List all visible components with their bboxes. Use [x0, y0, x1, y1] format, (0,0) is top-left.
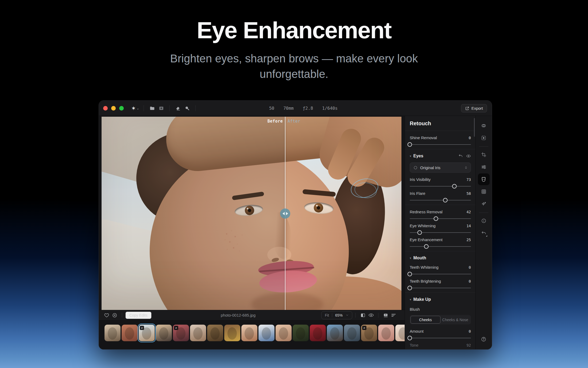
face-retouch-button[interactable] — [478, 173, 490, 185]
filmstrip-thumbnail-4[interactable] — [156, 325, 172, 341]
undo-icon — [481, 230, 486, 236]
eraser-tool-button[interactable] — [173, 104, 183, 112]
filmstrip-thumbnail-15[interactable] — [344, 325, 360, 341]
crop-button[interactable] — [478, 149, 490, 161]
filmstrip-thumbnail-13[interactable] — [310, 325, 326, 341]
slider-knob[interactable] — [417, 230, 422, 235]
filmstrip-thumbnail-8[interactable] — [224, 325, 240, 341]
slider-label: Amount — [410, 329, 424, 333]
filmstrip-thumbnail-10[interactable] — [258, 325, 274, 341]
preview-original-button[interactable] — [367, 312, 375, 319]
filmstrip-thumbnail-3[interactable]: ⇄ — [139, 325, 155, 341]
sort-button[interactable] — [390, 312, 398, 319]
slider-knob[interactable] — [424, 244, 428, 249]
slider-value: 42 — [466, 210, 471, 214]
filmstrip-thumbnail-9[interactable] — [241, 325, 257, 341]
export-button[interactable]: Export — [461, 104, 487, 112]
eye-whitening-slider[interactable] — [410, 232, 471, 233]
minimize-window-button[interactable] — [111, 106, 116, 111]
filmstrip-thumbnail-16[interactable]: ⇄ — [361, 325, 377, 341]
undo-button[interactable] — [478, 227, 490, 239]
slider-redness-removal: Redness Removal 42 — [410, 210, 471, 219]
slider-knob[interactable] — [443, 198, 447, 203]
filmstrip-thumbnail-12[interactable] — [293, 325, 309, 341]
filmstrip-thumbnail-7[interactable] — [207, 325, 223, 341]
makeup-section-header[interactable]: ▾ Make Up — [410, 297, 471, 302]
slider-value: 25 — [466, 238, 471, 242]
edited-badge-icon: ⇄ — [362, 326, 366, 330]
adjustments-button[interactable] — [478, 161, 490, 173]
eyes-section-header[interactable]: ▾ Eyes — [410, 154, 471, 158]
selection-button[interactable] — [478, 132, 490, 144]
help-button[interactable] — [478, 333, 490, 345]
mouth-section-header[interactable]: ▾ Mouth — [410, 256, 471, 260]
filmstrip-thumbnail-5[interactable]: ⇄ — [173, 325, 189, 341]
slider-knob[interactable] — [452, 184, 457, 189]
close-window-button[interactable] — [103, 106, 108, 111]
slider-knob[interactable] — [408, 336, 412, 340]
shine-slider-group: Shine Removal 0 — [410, 135, 471, 145]
blush-area-segmented-control: Cheeks Cheeks & Nose — [410, 315, 471, 324]
slider-knob[interactable] — [408, 272, 412, 276]
tab-cheeks[interactable]: Cheeks — [411, 316, 440, 324]
slider-eye-enhancement: Eye Enhancement 25 — [410, 237, 471, 247]
panel-scrollbar[interactable] — [474, 118, 475, 137]
eye-enhancement-slider[interactable] — [410, 246, 471, 247]
teeth-whitening-slider[interactable] — [410, 274, 471, 274]
teeth-brightening-slider[interactable] — [410, 288, 471, 288]
zoom-tool-button[interactable] — [183, 104, 192, 112]
filmstrip-toggle-button[interactable] — [382, 312, 390, 319]
slider-knob[interactable] — [408, 142, 412, 147]
fit-button[interactable]: Fit — [325, 313, 329, 317]
filmstrip-thumbnail-14[interactable] — [327, 325, 343, 341]
presets-button[interactable] — [478, 120, 490, 131]
zoom-control[interactable]: Fit 65% — [321, 311, 352, 319]
tool-sidebar — [475, 116, 492, 349]
zoom-window-button[interactable] — [119, 106, 124, 111]
filmstrip-thumbnail-18[interactable] — [395, 325, 405, 341]
page-title: Eye Enhancement — [0, 17, 588, 44]
ai-tools-button[interactable]: ✶ ⌄ — [131, 104, 140, 112]
open-folder-button[interactable] — [148, 104, 157, 112]
slider-eye-whitening: Eye Whitening 14 — [410, 223, 471, 233]
copy-edits-button[interactable]: Copy Edits — [125, 312, 152, 319]
photo-canvas[interactable]: Before After — [102, 117, 401, 310]
iris-visibility-slider[interactable] — [410, 186, 471, 187]
slider-knob[interactable] — [434, 217, 438, 221]
filmstrip-thumbnail-11[interactable] — [276, 325, 292, 341]
filmstrip-thumbnail-2[interactable] — [122, 325, 138, 341]
redness-removal-slider[interactable] — [410, 218, 471, 219]
visibility-eye-icon[interactable] — [466, 154, 471, 158]
tab-cheeks-and-nose[interactable]: Cheeks & Nose — [440, 316, 470, 324]
effects-button[interactable] — [478, 198, 490, 210]
slider-shine-removal: Shine Removal 0 — [410, 135, 471, 145]
filmstrip-thumbnail-6[interactable] — [190, 325, 206, 341]
filmstrip-thumbnail-17[interactable] — [378, 325, 394, 341]
sidebar-divider — [479, 213, 488, 213]
before-after-handle[interactable] — [280, 208, 290, 219]
add-photos-button[interactable] — [157, 104, 166, 112]
info-icon — [481, 218, 486, 223]
favorite-button[interactable] — [103, 312, 111, 319]
filmstrip-thumbnail-1[interactable] — [105, 325, 121, 341]
shine-removal-slider[interactable] — [410, 144, 471, 145]
sparkle-tool-icon: ✶ — [131, 105, 136, 111]
background-grid-button[interactable] — [478, 186, 490, 198]
iris-preset-dropdown[interactable]: Original Iris — [410, 162, 471, 173]
slider-iris-flare: Iris Flare 58 — [410, 191, 471, 200]
magnifier-icon — [184, 105, 190, 111]
reject-button[interactable] — [111, 312, 119, 319]
statusbar-divider — [378, 313, 378, 318]
reset-icon[interactable] — [458, 154, 463, 158]
slider-knob[interactable] — [408, 286, 412, 290]
iris-flare-slider[interactable] — [410, 200, 471, 200]
compare-split-button[interactable] — [359, 312, 367, 319]
slider-value: 0 — [469, 136, 471, 140]
heart-icon — [104, 313, 109, 318]
after-label: After — [288, 119, 300, 124]
selection-icon — [481, 135, 486, 141]
info-button[interactable] — [478, 215, 490, 227]
app-window: ✶ ⌄ 50 70mm ƒ2.8 1/640s Export — [99, 100, 492, 350]
status-bar: Copy Edits photo-0012-685.jpg Fit 65% — [99, 310, 405, 320]
amount-slider[interactable] — [410, 338, 471, 338]
